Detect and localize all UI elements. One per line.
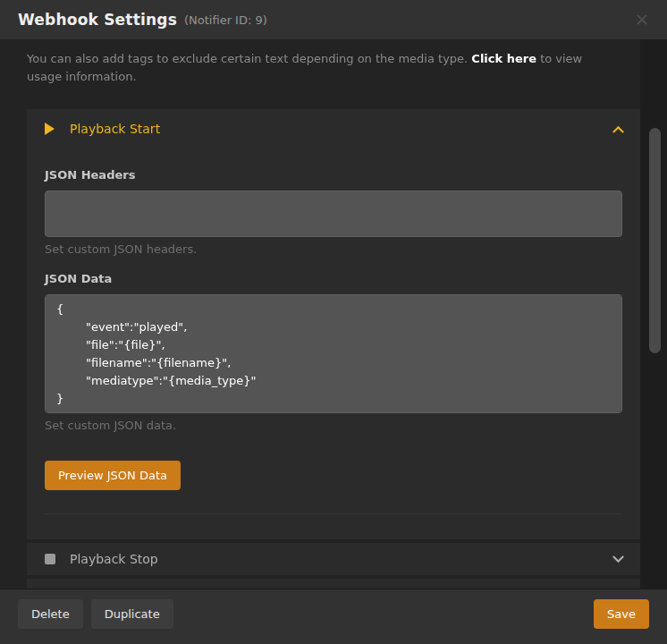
modal-header: Webhook Settings (Notifier ID: 9) ✕: [0, 0, 667, 39]
json-headers-label: JSON Headers: [45, 168, 622, 182]
panel-playback-start: Playback Start JSON Headers Set custom J…: [27, 109, 640, 539]
chevron-down-icon: [612, 551, 624, 563]
accordion-label: Playback Pause: [70, 588, 166, 589]
accordion-header-playback-pause[interactable]: Playback Pause: [27, 579, 640, 589]
panel-playback-pause: Playback Pause: [27, 579, 640, 589]
scrollbar-thumb[interactable]: [649, 128, 661, 353]
modal-footer: Delete Duplicate Save: [0, 589, 667, 644]
playback-start-panel-body: JSON Headers Set custom JSON headers. JS…: [27, 148, 640, 539]
json-headers-input[interactable]: [45, 191, 622, 237]
panel-playback-stop: Playback Stop: [27, 543, 640, 575]
click-here-link[interactable]: Click here: [471, 52, 536, 65]
chevron-up-icon: [612, 125, 624, 137]
save-button[interactable]: Save: [594, 599, 649, 629]
intro-text: You can also add tags to exclude certain…: [27, 50, 608, 86]
accordion-header-playback-start[interactable]: Playback Start: [27, 109, 640, 148]
duplicate-button[interactable]: Duplicate: [91, 599, 173, 629]
accordion-label: Playback Start: [70, 122, 160, 136]
page-title: Webhook Settings: [18, 11, 177, 29]
scrollbar-track[interactable]: [640, 39, 667, 589]
intro-text-before: You can also add tags to exclude certain…: [27, 52, 471, 65]
stop-icon: [45, 554, 57, 564]
json-data-input[interactable]: { "event":"played", "file":"{file}", "fi…: [45, 294, 622, 413]
trigger-accordion: Playback Start JSON Headers Set custom J…: [27, 109, 640, 589]
accordion-header-playback-stop[interactable]: Playback Stop: [27, 543, 640, 575]
close-icon[interactable]: ✕: [635, 12, 649, 29]
json-data-label: JSON Data: [45, 272, 622, 285]
json-headers-help: Set custom JSON headers.: [45, 242, 622, 256]
modal-body: You can also add tags to exclude certain…: [0, 39, 667, 589]
accordion-label: Playback Stop: [70, 552, 158, 566]
chevron-down-icon: [612, 587, 624, 589]
preview-json-data-button[interactable]: Preview JSON Data: [45, 461, 181, 490]
webhook-settings-modal: Webhook Settings (Notifier ID: 9) ✕ You …: [0, 0, 667, 644]
panel-divider: [45, 513, 622, 514]
notifier-id-label: (Notifier ID: 9): [184, 13, 267, 27]
play-icon: [45, 123, 57, 135]
delete-button[interactable]: Delete: [18, 599, 83, 629]
json-data-help: Set custom JSON data.: [45, 419, 622, 432]
